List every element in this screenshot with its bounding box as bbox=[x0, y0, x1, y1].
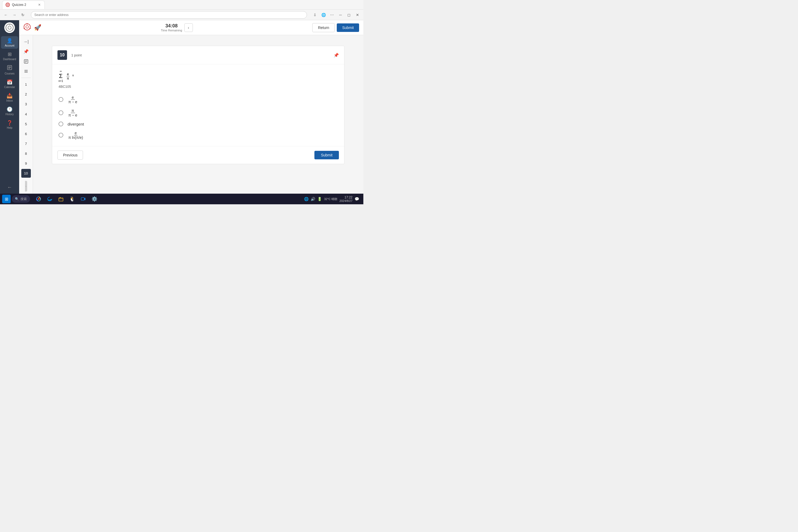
question-number-badge: 10 bbox=[57, 50, 67, 60]
volume-icon[interactable]: 🔊 bbox=[311, 197, 315, 201]
sidebar-item-calendar[interactable]: 📅 Calendar bbox=[1, 78, 18, 90]
sigma-symbol: ∞ Σ n=1 bbox=[58, 70, 63, 82]
sidebar-item-history-label: History bbox=[5, 113, 14, 116]
radio-b[interactable] bbox=[58, 110, 63, 115]
tab-close-button[interactable]: ✕ bbox=[38, 2, 41, 7]
taskbar-explorer-app[interactable] bbox=[56, 194, 66, 204]
question-header: 10 1 point 📌 bbox=[52, 46, 344, 64]
taskbar-search[interactable]: 🔍 搜索 bbox=[12, 195, 30, 203]
question-body: ∞ Σ n=1 e π n 4B bbox=[52, 64, 344, 146]
q-nav-10[interactable]: 10 bbox=[21, 169, 31, 178]
courses-icon bbox=[7, 65, 12, 72]
minimize-button[interactable]: ─ bbox=[337, 11, 344, 19]
taskbar-edge-app[interactable] bbox=[44, 194, 55, 204]
help-icon: ❓ bbox=[7, 120, 13, 126]
q-nav-1[interactable]: 1 bbox=[21, 80, 31, 89]
svg-point-1 bbox=[7, 4, 8, 5]
close-button[interactable]: ✕ bbox=[354, 11, 361, 19]
submit-top-button[interactable]: Submit bbox=[337, 23, 359, 32]
answer-option-d[interactable]: e π ln(π/e) bbox=[58, 131, 338, 140]
taskbar: ⊞ 🔍 搜索 🐧 bbox=[0, 194, 363, 204]
nav-divider bbox=[21, 78, 30, 78]
timer-value: 34:08 bbox=[161, 23, 182, 29]
sidebar-collapse-button[interactable]: ← bbox=[1, 183, 18, 191]
q-nav-9[interactable]: 9 bbox=[21, 159, 31, 168]
forward-button[interactable]: → bbox=[11, 11, 18, 19]
network-icon[interactable]: 🌐 bbox=[304, 197, 308, 201]
back-button[interactable]: ← bbox=[2, 11, 10, 19]
answer-option-b[interactable]: π π − e bbox=[58, 108, 338, 117]
sidebar: 👤 Account ⊞ Dashboard Courses bbox=[0, 20, 19, 194]
radio-c[interactable] bbox=[58, 121, 63, 126]
sidebar-logo[interactable] bbox=[4, 22, 15, 33]
question-pin-icon[interactable]: 📌 bbox=[334, 53, 339, 58]
nav-pin-button[interactable]: 📌 bbox=[21, 47, 31, 56]
sidebar-item-calendar-label: Calendar bbox=[4, 86, 15, 89]
q-nav-3[interactable]: 3 bbox=[21, 100, 31, 109]
svg-point-13 bbox=[26, 23, 28, 24]
collapse-sidebar-button[interactable]: ‹ bbox=[184, 23, 193, 32]
taskbar-chrome-app[interactable] bbox=[33, 194, 44, 204]
sidebar-item-courses[interactable]: Courses bbox=[1, 63, 18, 77]
answer-option-a[interactable]: e π − e bbox=[58, 95, 338, 104]
temperature-display: 32°C 晴朗 bbox=[324, 197, 337, 201]
sidebar-item-history[interactable]: 🕐 History bbox=[1, 105, 18, 117]
taskbar-date-value: 2024/8/27 bbox=[339, 199, 353, 203]
browser-tab[interactable]: Quizzes 2 ✕ bbox=[2, 1, 45, 9]
taskbar-settings-app[interactable]: ⚙️ bbox=[89, 194, 100, 204]
timer-label: Time Remaining bbox=[161, 29, 182, 32]
nav-panel-collapse-handle[interactable]: ‹ bbox=[25, 181, 27, 191]
windows-start-button[interactable]: ⊞ bbox=[2, 195, 11, 203]
answer-option-c[interactable]: divergent bbox=[58, 121, 338, 126]
exponent-n: n bbox=[72, 74, 74, 78]
taskbar-wechat-app[interactable]: 🐧 bbox=[67, 194, 77, 204]
history-icon: 🕐 bbox=[7, 107, 13, 112]
svg-point-5 bbox=[12, 29, 14, 30]
more-options-button[interactable]: ⋯ bbox=[328, 11, 336, 19]
sidebar-item-dashboard[interactable]: ⊞ Dashboard bbox=[1, 50, 18, 62]
q-nav-8[interactable]: 8 bbox=[21, 149, 31, 158]
notification-icon[interactable]: 💬 bbox=[355, 197, 359, 201]
question-card: 10 1 point 📌 ∞ Σ bbox=[52, 46, 344, 164]
account-icon: 👤 bbox=[7, 38, 13, 44]
address-bar[interactable] bbox=[31, 11, 307, 19]
sidebar-item-help[interactable]: ❓ Help bbox=[1, 118, 18, 131]
q-nav-5[interactable]: 5 bbox=[21, 120, 31, 129]
downloads-button[interactable]: ⇩ bbox=[311, 11, 319, 19]
taskbar-time[interactable]: 17:22 2024/8/27 bbox=[339, 195, 353, 203]
radio-d[interactable] bbox=[58, 133, 63, 137]
nav-arrow-button[interactable]: →| bbox=[21, 37, 31, 46]
radio-a[interactable] bbox=[58, 97, 63, 102]
sidebar-item-help-label: Help bbox=[7, 126, 13, 129]
q-nav-2[interactable]: 2 bbox=[21, 90, 31, 99]
refresh-button[interactable]: ↻ bbox=[19, 11, 26, 19]
battery-icon[interactable]: 🔋 bbox=[317, 197, 322, 201]
restore-button[interactable]: ◻ bbox=[345, 11, 353, 19]
sidebar-item-inbox-label: Inbox bbox=[6, 99, 13, 102]
svg-point-12 bbox=[26, 25, 28, 28]
return-button[interactable]: Return bbox=[312, 23, 335, 32]
submit-bottom-button[interactable]: Submit bbox=[315, 151, 339, 159]
fraction-e-over-pi: e π bbox=[66, 72, 70, 80]
question-points: 1 point bbox=[71, 53, 82, 57]
sidebar-item-inbox[interactable]: 📥 Inbox bbox=[1, 91, 18, 104]
q-nav-7[interactable]: 7 bbox=[21, 139, 31, 148]
answer-text-a: e π − e bbox=[68, 95, 78, 104]
inbox-icon: 📥 bbox=[7, 93, 13, 99]
previous-button[interactable]: Previous bbox=[57, 151, 83, 159]
svg-point-3 bbox=[8, 26, 11, 29]
sidebar-item-account[interactable]: 👤 Account bbox=[1, 36, 18, 49]
calendar-icon: 📅 bbox=[7, 79, 13, 85]
answer-text-b: π π − e bbox=[68, 108, 78, 117]
nav-list-button[interactable] bbox=[21, 67, 31, 76]
svg-point-4 bbox=[9, 24, 11, 25]
taskbar-time-value: 17:22 bbox=[339, 195, 353, 199]
q-nav-4[interactable]: 4 bbox=[21, 110, 31, 118]
taskbar-meeting-app[interactable] bbox=[78, 194, 89, 204]
svg-point-11 bbox=[24, 24, 30, 30]
language-button[interactable]: 🌐 bbox=[320, 11, 327, 19]
nav-note-button[interactable] bbox=[21, 57, 31, 66]
taskbar-apps: 🐧 ⚙️ bbox=[33, 194, 100, 204]
q-nav-6[interactable]: 6 bbox=[21, 130, 31, 138]
svg-point-6 bbox=[6, 29, 7, 30]
